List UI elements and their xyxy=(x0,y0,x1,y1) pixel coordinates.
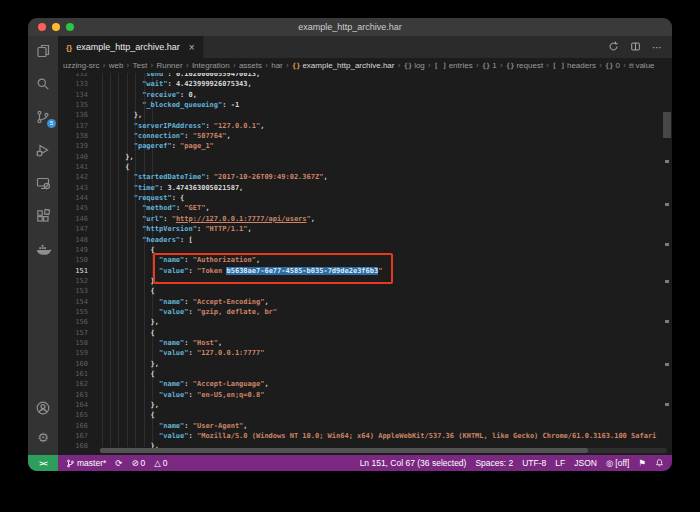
code-line[interactable]: 135 "_blocked_queueing": -1 xyxy=(58,100,672,110)
breadcrumb-item-test[interactable]: Test xyxy=(133,61,148,70)
feedback[interactable]: ⚑ xyxy=(638,458,646,468)
warnings-indicator[interactable]: △0 xyxy=(154,458,167,468)
line-number[interactable]: 165 xyxy=(58,410,100,420)
breadcrumb-item-0[interactable]: {}0 xyxy=(605,61,620,70)
line-number[interactable]: 164 xyxy=(58,400,100,410)
line-number[interactable]: 133 xyxy=(58,79,100,89)
remote-indicator[interactable]: >< xyxy=(28,455,58,471)
line-number[interactable]: 145 xyxy=(58,203,100,213)
errors-indicator[interactable]: ⊘0 xyxy=(131,458,145,468)
line-number[interactable]: 159 xyxy=(58,348,100,358)
breadcrumb-item-example-http-archive-har[interactable]: {}example_http_archive.har xyxy=(292,61,395,70)
screencast-toggle[interactable]: ◎[off] xyxy=(606,458,629,468)
breadcrumb-item-log[interactable]: {}log xyxy=(404,61,425,70)
run-debug-icon[interactable] xyxy=(34,142,52,158)
code-line[interactable]: 145 "method": "GET", xyxy=(58,203,672,213)
tab-example-http-archive[interactable]: {} example_http_archive.har × xyxy=(58,36,204,58)
code-line[interactable]: 133 "wait": 4.423999926075343, xyxy=(58,79,672,89)
zoom-button[interactable] xyxy=(66,23,74,31)
line-number[interactable]: 158 xyxy=(58,338,100,348)
line-number[interactable]: 152 xyxy=(58,276,100,286)
more-actions-icon[interactable]: ⋯ xyxy=(652,42,662,53)
line-number[interactable]: 151 xyxy=(58,266,100,276)
breadcrumb-item-uzzing-src[interactable]: uzzing-src xyxy=(63,61,99,70)
line-number[interactable]: 143 xyxy=(58,183,100,193)
line-number[interactable]: 144 xyxy=(58,193,100,203)
code-line[interactable]: 139 "pageref": "page_1" xyxy=(58,141,672,151)
split-editor-icon[interactable] xyxy=(630,38,641,56)
line-number[interactable]: 166 xyxy=(58,421,100,431)
code-line[interactable]: 165 { xyxy=(58,410,672,420)
source-control-icon[interactable]: 5 xyxy=(34,109,52,125)
line-number[interactable]: 138 xyxy=(58,131,100,141)
line-number[interactable]: 149 xyxy=(58,245,100,255)
code-line[interactable]: 164 }, xyxy=(58,400,672,410)
line-number[interactable]: 142 xyxy=(58,172,100,182)
docker-icon[interactable] xyxy=(34,241,52,257)
title-bar[interactable]: example_http_archive.har xyxy=(28,18,672,36)
code-line[interactable]: 161 { xyxy=(58,369,672,379)
line-number[interactable]: 139 xyxy=(58,141,100,151)
code-line[interactable]: 146 "url": "http://127.0.0.1:7777/api/us… xyxy=(58,214,672,224)
code-line[interactable]: 140 }, xyxy=(58,152,672,162)
code-line[interactable]: 134 "receive": 0, xyxy=(58,90,672,100)
line-number[interactable]: 157 xyxy=(58,328,100,338)
watch-icon[interactable] xyxy=(608,38,619,56)
branch-indicator[interactable]: master* xyxy=(66,458,106,469)
vertical-scrollbar[interactable] xyxy=(663,112,671,138)
cursor-position[interactable]: Ln 151, Col 67 (36 selected) xyxy=(360,458,467,468)
line-number[interactable]: 168 xyxy=(58,441,100,451)
sync-indicator[interactable]: ⟳ xyxy=(115,458,122,468)
code-line[interactable]: 141 { xyxy=(58,162,672,172)
settings-icon[interactable]: ⚙ xyxy=(34,430,52,446)
code-line[interactable]: 153 { xyxy=(58,286,672,296)
breadcrumb-item-runner[interactable]: Runner xyxy=(156,61,182,70)
line-number[interactable]: 135 xyxy=(58,100,100,110)
line-number[interactable]: 163 xyxy=(58,390,100,400)
explorer-icon[interactable] xyxy=(34,43,52,59)
line-number[interactable]: 147 xyxy=(58,224,100,234)
extensions-icon[interactable] xyxy=(34,208,52,224)
accounts-icon[interactable] xyxy=(34,400,52,416)
code-line[interactable]: 149 { xyxy=(58,245,672,255)
line-number[interactable]: 136 xyxy=(58,110,100,120)
search-icon[interactable] xyxy=(34,76,52,92)
code-line[interactable]: 163 "value": "en-US,en;q=0.8" xyxy=(58,390,672,400)
code-line[interactable]: 160 }, xyxy=(58,359,672,369)
code-line[interactable]: 138 "connection": "507764", xyxy=(58,131,672,141)
remote-explorer-icon[interactable] xyxy=(34,175,52,191)
code-line[interactable]: 148 "headers": [ xyxy=(58,235,672,245)
line-number[interactable]: 160 xyxy=(58,359,100,369)
code-line[interactable]: 144 "request": { xyxy=(58,193,672,203)
line-number[interactable]: 162 xyxy=(58,379,100,389)
line-number[interactable]: 155 xyxy=(58,307,100,317)
code-line[interactable]: 151 "value": "Token b5638ae7-6e77-4585-b… xyxy=(58,266,672,276)
indentation[interactable]: Spaces: 2 xyxy=(475,458,513,468)
code-line[interactable]: 147 "httpVersion": "HTTP/1.1", xyxy=(58,224,672,234)
horizontal-scrollbar-thumb[interactable] xyxy=(100,448,588,453)
line-number[interactable]: 146 xyxy=(58,214,100,224)
line-number[interactable]: 141 xyxy=(58,162,100,172)
code-line[interactable]: 150 "name": "Authorization", xyxy=(58,255,672,265)
code-line[interactable]: 142 "startedDateTime": "2017-10-26T09:49… xyxy=(58,172,672,182)
line-number[interactable]: 134 xyxy=(58,90,100,100)
code-line[interactable]: 167 "value": "Mozilla/5.0 (Windows NT 10… xyxy=(58,431,672,441)
line-number[interactable]: 153 xyxy=(58,286,100,296)
line-number[interactable]: 140 xyxy=(58,152,100,162)
breadcrumb-item-har[interactable]: har xyxy=(271,61,283,70)
code-line[interactable]: 162 "name": "Accept-Language", xyxy=(58,379,672,389)
breadcrumb-item-entries[interactable]: [ ]entries xyxy=(434,61,473,70)
code-line[interactable]: 156 }, xyxy=(58,317,672,327)
close-button[interactable] xyxy=(38,23,46,31)
code-line[interactable]: 137 "serverIPAddress": "127.0.0.1", xyxy=(58,121,672,131)
line-number[interactable]: 148 xyxy=(58,235,100,245)
line-number[interactable]: 161 xyxy=(58,369,100,379)
breadcrumb-item-1[interactable]: {}1 xyxy=(482,61,497,70)
encoding[interactable]: UTF-8 xyxy=(522,458,546,468)
eol[interactable]: LF xyxy=(555,458,565,468)
notifications[interactable] xyxy=(655,458,664,468)
line-number[interactable]: 137 xyxy=(58,121,100,131)
line-number[interactable]: 156 xyxy=(58,317,100,327)
minimize-button[interactable] xyxy=(52,23,60,31)
breadcrumb-item-integration[interactable]: Integration xyxy=(192,61,230,70)
